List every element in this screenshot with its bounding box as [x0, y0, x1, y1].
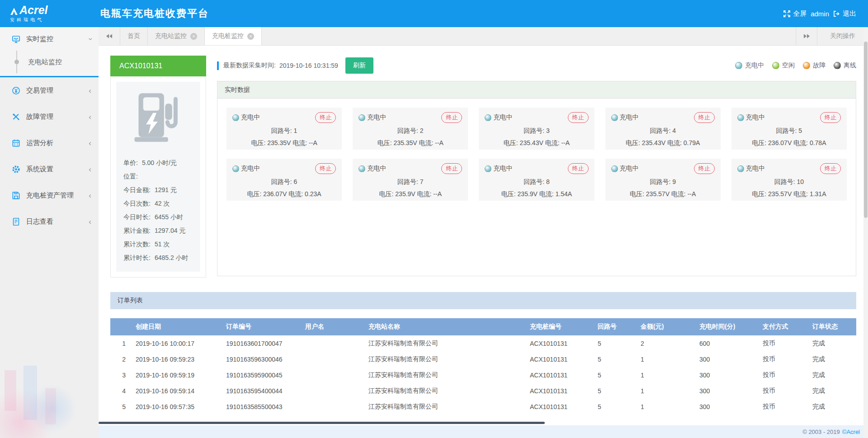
- sidebar-item-pile-asset-management[interactable]: 充电桩资产管理‹: [0, 182, 99, 208]
- tab-home[interactable]: 首页: [120, 27, 148, 45]
- channel-card: 充电中终止回路号: 6电压: 236.07V 电流: 0.23A: [226, 159, 342, 201]
- stat-value: 51 次: [155, 237, 170, 251]
- fullscreen-button[interactable]: 全屏: [783, 9, 807, 18]
- tab-close-icon[interactable]: ×: [190, 33, 197, 40]
- order-list-section: 订单列表 创建日期订单编号用户名充电站名称充电桩编号回路号金额(元)充电时间(分…: [110, 292, 856, 414]
- refresh-button[interactable]: 刷新: [345, 57, 373, 74]
- footer-brand-link[interactable]: ©Acrel: [842, 429, 860, 435]
- cell-minutes: 300: [696, 367, 759, 383]
- terminate-button[interactable]: 终止: [694, 163, 715, 174]
- tab-pile-monitor[interactable]: 充电桩监控×: [205, 27, 262, 45]
- stat-value: 6485.2 小时: [155, 251, 189, 264]
- legend-label: 充电中: [745, 61, 764, 70]
- horizontal-scrollbar-thumb[interactable]: [99, 422, 545, 424]
- sidebar-item-label: 交易管理: [26, 86, 53, 95]
- channel-circuit: 回路号: 2: [359, 127, 462, 135]
- tab-close-icon[interactable]: ×: [247, 33, 254, 40]
- channel-voltage-current: 电压: 235.35V 电流: --A: [359, 139, 462, 147]
- chevron-down-icon: ‹: [86, 38, 94, 40]
- user-menu[interactable]: admin: [811, 10, 829, 18]
- close-operations-menu[interactable]: 关闭操作: [817, 27, 868, 45]
- cell-pay: 投币: [759, 399, 809, 414]
- terminate-button[interactable]: 终止: [568, 163, 589, 174]
- channel-voltage-current: 电压: 235.43V 电流: --A: [485, 139, 588, 147]
- order-list-title: 订单列表: [110, 292, 856, 309]
- sidebar-group-operation-analysis: 运营分析‹: [0, 130, 99, 156]
- channel-circuit: 回路号: 10: [737, 178, 841, 186]
- tab-label: 充电站监控: [155, 32, 187, 40]
- vertical-scrollbar-thumb[interactable]: [864, 42, 868, 218]
- sidebar-item-label: 故障管理: [26, 113, 53, 121]
- cell-pile: ACX1010131: [526, 399, 594, 414]
- terminate-button[interactable]: 终止: [694, 112, 715, 123]
- terminate-button[interactable]: 终止: [441, 163, 462, 174]
- cell-pile: ACX1010131: [526, 351, 594, 367]
- sidebar-item-fault-management[interactable]: 故障管理‹: [0, 104, 99, 130]
- channel-voltage-current: 电压: 235.57V 电流: 1.31A: [737, 190, 841, 198]
- cell-pay: 投币: [759, 335, 809, 351]
- status-legend: 充电中空闲故障离线: [735, 61, 856, 70]
- pile-stat-row: 累计金额:1297.04 元: [123, 224, 194, 237]
- channel-card: 充电中终止回路号: 7电压: 235.9V 电流: --A: [353, 159, 468, 201]
- sidebar-subitem-station-monitor[interactable]: 充电站监控: [0, 51, 99, 73]
- terminate-button[interactable]: 终止: [568, 112, 589, 123]
- charging-status-icon: [359, 114, 365, 121]
- channel-card-top: 充电中终止: [359, 112, 462, 123]
- column-header: 充电站名称: [365, 318, 526, 335]
- tabs-scroll-right-button[interactable]: [796, 27, 817, 45]
- sidebar-item-realtime-monitor[interactable]: 实时监控‹: [0, 27, 99, 51]
- table-row: 52019-10-16 09:57:351910163585500043江苏安科…: [110, 399, 856, 414]
- transaction-icon: [12, 86, 20, 95]
- channel-status: 充电中: [485, 113, 512, 122]
- sidebar-item-transaction-management[interactable]: 交易管理‹: [0, 77, 99, 104]
- cell-index: 4: [110, 383, 132, 399]
- channel-circuit: 回路号: 1: [232, 127, 336, 135]
- channel-card: 充电中终止回路号: 4电压: 235.43V 电流: 0.79A: [605, 108, 721, 150]
- chevron-left-icon: ‹: [89, 113, 91, 121]
- channel-status-label: 充电中: [620, 113, 639, 122]
- terminate-button[interactable]: 终止: [315, 163, 336, 174]
- column-header-index: [110, 318, 132, 335]
- tabs-scroll-left-button[interactable]: [99, 27, 120, 45]
- stat-value: 1291 元: [155, 183, 177, 197]
- stat-value: 5.00 小时/元: [142, 156, 177, 170]
- sidebar-item-operation-analysis[interactable]: 运营分析‹: [0, 130, 99, 156]
- tab-station-monitor[interactable]: 充电站监控×: [148, 27, 205, 45]
- channel-card-top: 充电中终止: [232, 163, 336, 174]
- pile-stat-row: 今日金额:1291 元: [123, 183, 194, 197]
- channel-status: 充电中: [611, 165, 639, 173]
- sidebar-item-log-view[interactable]: 日志查看‹: [0, 208, 99, 235]
- cell-index: 3: [110, 367, 132, 383]
- cell-circuit: 5: [594, 399, 637, 414]
- cell-amount: 1: [637, 383, 696, 399]
- tab-label: 充电桩监控: [212, 32, 244, 40]
- acrel-logo-icon: [10, 6, 18, 14]
- cell-order_no: 1910163595900045: [222, 367, 302, 383]
- status-dot-icon: [772, 62, 779, 69]
- channel-card: 充电中终止回路号: 2电压: 235.35V 电流: --A: [353, 108, 468, 150]
- cell-user: [302, 367, 365, 383]
- channel-circuit: 回路号: 4: [611, 127, 715, 135]
- channel-circuit: 回路号: 6: [232, 178, 336, 186]
- fullscreen-label: 全屏: [793, 9, 807, 18]
- cell-station: 江苏安科瑞制造有限公司: [365, 351, 526, 367]
- tab-bar: 首页充电站监控×充电桩监控× 关闭操作: [99, 27, 868, 46]
- sidebar-nav: 实时监控‹充电站监控交易管理‹故障管理‹运营分析‹系统设置‹充电桩资产管理‹日志…: [0, 27, 99, 438]
- terminate-button[interactable]: 终止: [820, 112, 841, 123]
- log-icon: [12, 217, 20, 226]
- channel-card-top: 充电中终止: [737, 112, 841, 123]
- cell-user: [302, 383, 365, 399]
- logout-button[interactable]: 退出: [833, 9, 856, 18]
- channel-circuit: 回路号: 3: [485, 127, 588, 135]
- channel-status: 充电中: [737, 165, 765, 173]
- sidebar-item-system-settings[interactable]: 系统设置‹: [0, 156, 99, 182]
- page-title: 电瓶车充电桩收费平台: [100, 7, 209, 20]
- charging-status-icon: [359, 165, 365, 172]
- terminate-button[interactable]: 终止: [441, 112, 462, 123]
- pile-id-header: ACX1010131: [110, 56, 206, 76]
- cell-amount: 1: [637, 351, 696, 367]
- channel-circuit: 回路号: 8: [485, 178, 588, 186]
- terminate-button[interactable]: 终止: [820, 163, 841, 174]
- collect-time-value: 2019-10-16 10:31:59: [279, 62, 338, 69]
- terminate-button[interactable]: 终止: [315, 112, 336, 123]
